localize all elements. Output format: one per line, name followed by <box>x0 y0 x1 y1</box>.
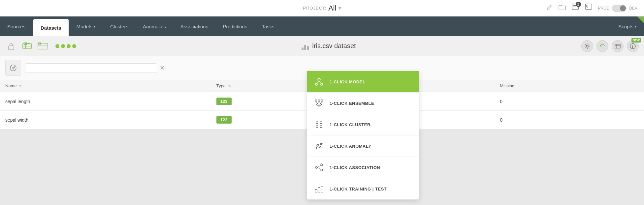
nav-item-anomalies[interactable]: Anomalies <box>136 16 173 36</box>
cell-name: sepal width <box>0 111 211 129</box>
edit-icon[interactable] <box>546 4 553 12</box>
prod-label: PROD <box>598 6 610 11</box>
nav-item-predictions[interactable]: Predictions <box>215 16 254 36</box>
folder-icon[interactable] <box>559 4 566 12</box>
nav-item-clusters[interactable]: Clusters <box>103 16 136 36</box>
sort-arrows-name[interactable]: ⇅ <box>19 85 22 88</box>
svg-line-28 <box>319 81 321 83</box>
svg-line-37 <box>321 102 322 104</box>
svg-point-43 <box>316 126 318 128</box>
svg-point-44 <box>320 126 322 128</box>
svg-point-5 <box>587 6 588 7</box>
svg-marker-38 <box>318 106 320 107</box>
svg-rect-0 <box>559 6 565 10</box>
dropdown-item-label: 1-CLICK ENSEMBLE <box>330 101 374 106</box>
cell-name: sepal length <box>0 92 211 111</box>
svg-line-40 <box>319 105 321 106</box>
svg-line-27 <box>317 81 319 83</box>
project-dropdown-arrow[interactable]: ▾ <box>338 5 341 11</box>
status-dot-2 <box>61 44 65 48</box>
notification-badge: 2 <box>576 2 581 7</box>
refresh-button[interactable] <box>596 40 608 52</box>
sort-arrows-type[interactable]: ⇅ <box>228 85 231 88</box>
nav-item-sources[interactable]: Sources <box>0 16 33 36</box>
dev-banner-label: DEV <box>623 16 644 28</box>
settings-icon[interactable] <box>585 4 592 13</box>
notifications-icon[interactable]: 2 <box>572 4 579 13</box>
svg-point-41 <box>316 122 318 124</box>
svg-point-31 <box>321 100 323 102</box>
dropdown-item-one-click-cluster[interactable]: 1-CLICK CLUSTER <box>307 114 419 129</box>
env-toggle[interactable] <box>612 5 627 12</box>
cell-missing: 0 <box>495 111 644 129</box>
nav-item-associations[interactable]: Associations <box>173 16 215 36</box>
project-value: All <box>328 4 336 13</box>
configure-button[interactable] <box>581 40 593 52</box>
filter-icon[interactable] <box>5 60 21 76</box>
svg-point-25 <box>315 83 317 85</box>
svg-point-24 <box>318 78 320 81</box>
svg-point-32 <box>317 104 318 105</box>
one-click-dropdown: 1-CLICK MODEL 1-CLICK ENSEMBLE 1-CLICK C… <box>307 71 419 129</box>
dataset-toolbar: 3↑ 3↑1 iris.csv dataset <box>0 36 644 56</box>
svg-rect-6 <box>586 5 588 6</box>
status-dots <box>55 44 76 48</box>
project-label: PROJECT: <box>303 6 326 11</box>
svg-point-17 <box>586 45 588 47</box>
svg-marker-45 <box>319 124 319 125</box>
search-input[interactable] <box>25 63 157 73</box>
svg-rect-18 <box>615 44 620 48</box>
status-dot-4 <box>72 44 76 48</box>
svg-point-33 <box>320 104 322 105</box>
svg-text:3↑1: 3↑1 <box>39 43 42 44</box>
svg-text:3↑: 3↑ <box>24 43 26 45</box>
svg-rect-4 <box>585 4 592 9</box>
svg-text:i: i <box>632 44 633 48</box>
status-dot-1 <box>55 44 59 48</box>
dev-banner: DEV <box>618 16 644 43</box>
dataset-title: iris.csv dataset <box>80 42 577 50</box>
dropdown-item-label: 1-CLICK MODEL <box>330 79 365 84</box>
svg-line-39 <box>317 105 319 106</box>
svg-line-35 <box>317 102 319 104</box>
top-bar: PROJECT: All ▾ 2 PROD DEV <box>0 0 644 16</box>
dev-label: DEV <box>629 6 637 11</box>
svg-line-36 <box>319 102 321 104</box>
cell-missing: 0 <box>495 92 644 111</box>
nav-item-datasets[interactable]: Datasets <box>33 19 69 36</box>
svg-point-42 <box>320 122 322 124</box>
nav-item-models[interactable]: Models ▾ <box>69 16 103 36</box>
nav-item-tasks[interactable]: Tasks <box>254 16 281 36</box>
cluster-dropdown-icon <box>313 119 325 129</box>
env-toggle-group: PROD DEV <box>598 5 637 12</box>
dropdown-item-one-click-ensemble[interactable]: 1-CLICK ENSEMBLE <box>307 93 419 114</box>
project-selector[interactable]: PROJECT: All ▾ <box>303 4 341 13</box>
svg-point-29 <box>315 100 317 102</box>
status-dot-3 <box>67 44 71 48</box>
dropdown-item-one-click-model[interactable]: 1-CLICK MODEL <box>307 71 419 93</box>
model-dropdown-icon <box>313 76 325 88</box>
col-name: Name ⇅ <box>0 80 211 92</box>
svg-point-26 <box>321 83 323 85</box>
svg-line-34 <box>316 102 317 104</box>
models-arrow: ▾ <box>94 24 96 29</box>
ensemble-dropdown-icon <box>313 97 325 109</box>
nav-bar: Sources Datasets Models ▾ Clusters Anoma… <box>0 16 644 36</box>
lock-icon[interactable] <box>5 40 17 52</box>
svg-point-30 <box>318 100 320 102</box>
dataset-config-icon[interactable]: 3↑ <box>21 40 33 52</box>
top-bar-actions: 2 PROD DEV <box>546 4 637 13</box>
svg-point-23 <box>10 65 16 71</box>
clear-button[interactable]: ✕ <box>160 64 165 72</box>
chart-icon <box>302 42 309 50</box>
svg-rect-7 <box>9 46 14 50</box>
split-icon[interactable]: 3↑1 <box>37 40 49 52</box>
col-missing: Missing <box>495 80 644 92</box>
dropdown-item-label: 1-CLICK CLUSTER <box>330 122 370 127</box>
